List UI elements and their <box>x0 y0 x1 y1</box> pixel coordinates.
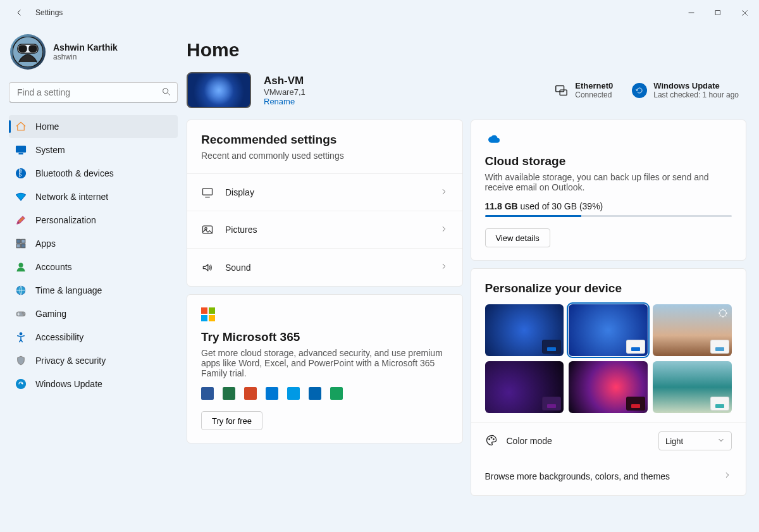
nav-accounts[interactable]: Accounts <box>9 256 178 278</box>
search-input[interactable] <box>9 82 178 102</box>
theme-option-3[interactable] <box>653 304 732 356</box>
nav-time[interactable]: Time & language <box>9 279 178 302</box>
svg-point-16 <box>22 312 23 314</box>
globe-clock-icon <box>15 285 27 296</box>
chevron-right-icon <box>440 225 448 235</box>
nav-gaming[interactable]: Gaming <box>9 302 178 325</box>
svg-point-5 <box>163 89 168 94</box>
color-mode-value: Light <box>665 436 683 446</box>
svg-point-19 <box>16 380 26 389</box>
chevron-right-icon <box>723 471 732 481</box>
storage-total: used of 30 GB (39%) <box>518 201 603 211</box>
family-icon <box>330 387 343 400</box>
theme-option-2[interactable] <box>569 304 648 356</box>
try-free-button[interactable]: Try for free <box>201 411 262 430</box>
theme-grid <box>485 304 732 413</box>
svg-point-26 <box>488 438 490 440</box>
color-mode-row: Color mode Light <box>471 422 746 459</box>
chevron-right-icon <box>440 262 448 273</box>
rec-sound[interactable]: Sound <box>187 249 462 286</box>
rec-label: Display <box>225 187 428 197</box>
accessibility-icon <box>15 331 27 343</box>
search-box <box>9 82 178 102</box>
shield-icon <box>15 355 27 366</box>
nav-label: Bluetooth & devices <box>35 168 114 178</box>
rename-link[interactable]: Rename <box>264 97 305 106</box>
color-mode-select[interactable]: Light <box>658 431 732 450</box>
theme-option-5[interactable] <box>569 361 648 413</box>
word-icon <box>201 387 214 400</box>
update-title: Windows Update <box>653 81 739 90</box>
browse-themes-row[interactable]: Browse more backgrounds, colors, and the… <box>471 459 746 495</box>
nav-privacy[interactable]: Privacy & security <box>9 349 178 372</box>
cloud-sub: With available storage, you can back up … <box>485 172 732 192</box>
spotlight-icon <box>718 308 728 320</box>
device-model: VMware7,1 <box>264 87 305 97</box>
cloud-icon <box>485 133 732 149</box>
rec-title: Recommended settings <box>201 133 448 147</box>
nav-label: Network & internet <box>35 192 108 202</box>
window-title: Settings <box>35 8 63 17</box>
home-icon <box>15 121 27 132</box>
back-button[interactable] <box>13 6 25 19</box>
net-sub: Connected <box>575 90 613 99</box>
minimize-button[interactable] <box>682 3 701 22</box>
rec-display[interactable]: Display <box>187 174 462 211</box>
main: Home Ash-VM VMware7,1 Rename Ethernet0 C… <box>187 25 759 532</box>
svg-point-8 <box>16 169 26 178</box>
m365-app-icons <box>201 387 448 400</box>
svg-rect-11 <box>16 244 20 248</box>
browse-label: Browse more backgrounds, colors, and the… <box>485 471 670 481</box>
nav-label: Home <box>35 121 59 132</box>
nav-accessibility[interactable]: Accessibility <box>9 326 178 349</box>
svg-point-28 <box>493 438 494 440</box>
nav-bluetooth[interactable]: Bluetooth & devices <box>9 162 178 185</box>
nav-label: Accessibility <box>35 332 83 342</box>
nav-personalization[interactable]: Personalization <box>9 209 178 232</box>
svg-point-13 <box>19 263 23 267</box>
personalize-card: Personalize your device <box>471 268 747 496</box>
storage-usage: 11.8 GB used of 30 GB (39%) <box>485 201 732 211</box>
close-button[interactable] <box>735 3 754 22</box>
nav-label: Accounts <box>35 262 72 272</box>
storage-used: 11.8 GB <box>485 201 518 211</box>
nav-system[interactable]: System <box>9 139 178 161</box>
storage-progress-fill <box>485 215 581 217</box>
ethernet-icon <box>553 83 569 98</box>
nav-apps[interactable]: Apps <box>9 232 178 255</box>
sidebar: Ashwin Karthik ashwin Home System <box>0 25 187 532</box>
user-login: ashwin <box>53 53 118 61</box>
svg-rect-0 <box>716 11 720 15</box>
rec-pictures[interactable]: Pictures <box>187 211 462 249</box>
network-status[interactable]: Ethernet0 Connected <box>553 81 613 99</box>
system-icon <box>15 144 27 156</box>
maximize-button[interactable] <box>708 3 727 22</box>
nav-network[interactable]: Network & internet <box>9 185 178 208</box>
nav-update[interactable]: Windows Update <box>9 373 178 395</box>
nav-label: Time & language <box>35 285 102 295</box>
theme-option-6[interactable] <box>653 361 732 413</box>
page-title: Home <box>187 39 746 61</box>
svg-rect-10 <box>22 239 25 243</box>
theme-option-1[interactable] <box>485 304 564 356</box>
user-block[interactable]: Ashwin Karthik ashwin <box>9 33 178 73</box>
svg-rect-4 <box>29 46 37 52</box>
cloud-title: Cloud storage <box>485 154 732 168</box>
theme-option-4[interactable] <box>485 361 564 413</box>
nav-label: System <box>35 145 65 155</box>
powerpoint-icon <box>244 387 257 400</box>
svg-point-27 <box>491 437 492 438</box>
device-row: Ash-VM VMware7,1 Rename Ethernet0 Connec… <box>187 72 746 108</box>
avatar <box>10 34 46 70</box>
svg-rect-6 <box>16 146 26 152</box>
pictures-icon <box>201 223 214 236</box>
personalize-title: Personalize your device <box>485 281 732 295</box>
nav-label: Gaming <box>35 309 66 319</box>
nav-home[interactable]: Home <box>9 115 178 138</box>
update-status[interactable]: Windows Update Last checked: 1 hour ago <box>632 81 739 99</box>
wifi-icon <box>15 191 27 202</box>
chevron-down-icon <box>717 436 725 446</box>
view-details-button[interactable]: View details <box>485 228 550 247</box>
microsoft-logo-icon <box>201 307 215 321</box>
device-thumbnail <box>187 72 251 108</box>
